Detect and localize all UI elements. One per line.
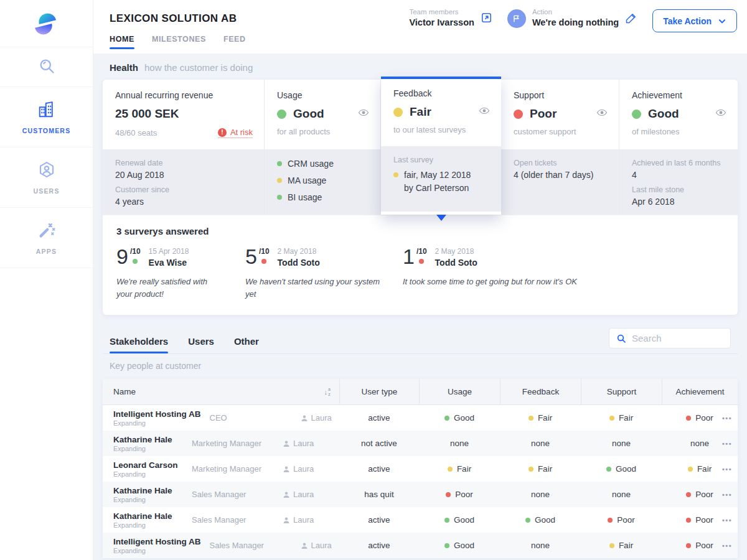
column-header-support[interactable]: Support — [581, 379, 662, 404]
person-name-text: Katharine Hale — [113, 511, 172, 521]
person-icon — [283, 516, 290, 524]
column-header-feedback[interactable]: Feedback — [500, 379, 581, 404]
cell-achievement: none••• — [662, 431, 738, 456]
tab-users[interactable]: Users — [188, 336, 214, 353]
card-title: Support — [514, 90, 608, 100]
card-feedback-selected[interactable]: Feedback Fair to our latest su — [381, 77, 501, 215]
sidebar-item-apps[interactable]: APPS — [0, 208, 93, 268]
search-icon — [38, 57, 55, 77]
tab-other[interactable]: Other — [234, 336, 259, 353]
person-name-text: Intelligent Hosting AB — [113, 537, 201, 546]
action-value: We're doing nothing — [532, 17, 619, 27]
cell-name: Katharine HaleExpandingSales ManagerLaur… — [103, 486, 339, 503]
status-text: Poor — [695, 541, 713, 550]
status-dot — [444, 416, 449, 421]
survey-quote: It took some time to get going but for n… — [403, 276, 724, 288]
team-members-value: Victor Ivarsson — [409, 17, 474, 27]
eye-icon[interactable] — [479, 105, 490, 119]
person-role: Sales Manager — [201, 541, 301, 550]
table-row[interactable]: Katharine HaleExpandingSales ManagerLaur… — [103, 482, 738, 507]
eye-icon[interactable] — [596, 107, 608, 121]
sidebar: CUSTOMERS USERS APPS — [0, 0, 93, 560]
person-role: Sales Manager — [183, 490, 283, 499]
edit-pencil-icon[interactable] — [625, 12, 637, 27]
table-row[interactable]: Intelligent Hosting ABExpandingSales Man… — [103, 533, 738, 558]
owner-name: Laura — [293, 464, 314, 474]
person-role: Marketing Manager — [183, 464, 283, 474]
at-risk-badge[interactable]: ! At risk — [218, 128, 253, 138]
column-header-usertype[interactable]: User type — [339, 379, 419, 404]
table-row[interactable]: Leonard CarsonExpandingMarketing Manager… — [103, 456, 738, 482]
status-text: Fair — [619, 541, 633, 550]
column-header-usage[interactable]: Usage — [419, 379, 500, 404]
owner-name: Laura — [311, 413, 332, 422]
cell-support: none — [581, 482, 662, 507]
cell-feedback: Fair — [500, 405, 581, 431]
status-text: Poor — [530, 107, 557, 121]
take-action-button[interactable]: Take Action — [652, 9, 737, 32]
app-logo[interactable] — [0, 0, 93, 47]
app-window: CUSTOMERS USERS APPS — [0, 0, 747, 560]
tab-stakeholders[interactable]: Stakeholders — [110, 336, 168, 353]
detail-value: 20 Aug 2018 — [115, 170, 253, 180]
search-input[interactable] — [632, 333, 713, 343]
cell-support: Fair — [581, 405, 662, 431]
row-menu-icon[interactable]: ••• — [722, 516, 732, 524]
table-body: Intelligent Hosting ABExpandingCEOLauraa… — [103, 405, 738, 558]
status-text: Fair — [619, 413, 633, 422]
table-row[interactable]: Katharine HaleExpandingSales ManagerLaur… — [103, 507, 738, 533]
detail-label: Customer since — [115, 185, 253, 194]
card-title: Achievement — [632, 90, 726, 100]
at-risk-label: At risk — [230, 128, 253, 137]
status-dot — [529, 467, 533, 472]
column-header-achievement[interactable]: Achievement — [662, 379, 738, 404]
row-menu-icon[interactable]: ••• — [722, 440, 732, 447]
survey-dot — [261, 259, 266, 264]
cell-name: Katharine HaleExpandingSales ManagerLaur… — [103, 511, 339, 529]
row-menu-icon[interactable]: ••• — [722, 414, 732, 422]
row-menu-icon[interactable]: ••• — [722, 491, 732, 498]
detail-value: 4 — [632, 170, 726, 180]
survey-item: 5 /10 2 May 2018 Todd Soto We — [245, 247, 403, 300]
tab-feed[interactable]: FEED — [223, 35, 246, 49]
people-search[interactable] — [609, 328, 731, 348]
content-area: Health how the customer is doing Annual … — [93, 54, 747, 560]
card-achievement[interactable]: Achievement Good of milestones — [619, 80, 738, 215]
sidebar-item-users[interactable]: USERS — [0, 147, 93, 208]
table-row[interactable]: Katharine HaleExpandingMarketing Manager… — [103, 431, 738, 456]
person-name: Katharine HaleExpanding — [113, 511, 183, 529]
row-menu-icon[interactable]: ••• — [722, 542, 732, 549]
usage-item: CRM usage — [288, 159, 334, 169]
sidebar-item-search[interactable] — [0, 47, 93, 87]
detail-label: Achieved in last 6 months — [632, 159, 726, 167]
table-row[interactable]: Intelligent Hosting ABExpandingCEOLauraa… — [103, 405, 738, 431]
column-header-name[interactable]: Name ↓ a z — [103, 379, 339, 404]
survey-score: 1 — [403, 247, 415, 268]
seats-value: 48/60 seats — [115, 128, 157, 138]
top-header: LEXICON SOLUTION AB HOME MILESTONES FEED… — [93, 0, 747, 54]
status-dot — [688, 467, 693, 472]
survey-date: 2 May 2018 — [278, 247, 320, 256]
card-support[interactable]: Support Poor customer support — [501, 80, 619, 215]
person-icon — [301, 542, 308, 549]
usage-item: MA usage — [288, 175, 326, 185]
survey-quote: We haven't started using your system yet — [245, 276, 403, 300]
eye-icon[interactable] — [715, 107, 726, 121]
cell-usertype: active — [339, 405, 419, 431]
status-text: none — [450, 439, 469, 448]
card-annual-recurring-revenue[interactable]: Annual recurring revenue 25 000 SEK 48/6… — [103, 80, 265, 215]
card-usage[interactable]: Usage Good for all products — [265, 80, 381, 215]
status-text: Poor — [695, 515, 713, 525]
external-link-icon[interactable] — [481, 12, 492, 26]
tab-home[interactable]: HOME — [110, 35, 134, 49]
status-text: Poor — [695, 413, 713, 422]
tab-milestones[interactable]: MILESTONES — [152, 35, 206, 49]
sidebar-item-customers[interactable]: CUSTOMERS — [0, 87, 93, 147]
sort-icon[interactable]: ↓ a z — [324, 387, 331, 396]
row-menu-icon[interactable]: ••• — [722, 465, 732, 473]
eye-icon[interactable] — [358, 107, 369, 121]
person-name-text: Katharine Hale — [113, 486, 172, 495]
cell-name: Intelligent Hosting ABExpandingSales Man… — [103, 537, 339, 554]
person-icon — [283, 465, 290, 473]
usage-dot — [277, 195, 282, 200]
